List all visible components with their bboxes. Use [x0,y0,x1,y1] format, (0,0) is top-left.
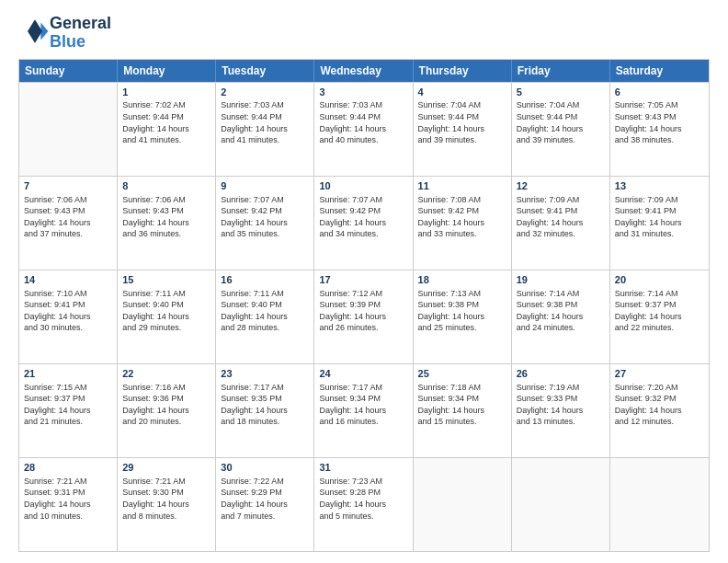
calendar-header: SundayMondayTuesdayWednesdayThursdayFrid… [19,60,709,82]
day-info: Sunrise: 7:23 AM Sunset: 9:28 PM Dayligh… [319,476,407,522]
day-info: Sunrise: 7:09 AM Sunset: 9:41 PM Dayligh… [517,194,605,240]
day-number: 15 [122,273,210,287]
logo: General Blue [18,15,111,52]
day-number: 27 [615,367,704,381]
logo-text: General Blue [50,15,111,52]
calendar-cell: 17Sunrise: 7:12 AM Sunset: 9:39 PM Dayli… [314,270,413,363]
day-number: 1 [122,86,210,99]
calendar-cell: 26Sunrise: 7:19 AM Sunset: 9:33 PM Dayli… [512,364,610,457]
day-number: 24 [319,367,407,381]
day-number: 16 [221,273,309,287]
day-info: Sunrise: 7:20 AM Sunset: 9:32 PM Dayligh… [615,382,704,428]
calendar-cell: 12Sunrise: 7:09 AM Sunset: 9:41 PM Dayli… [512,177,610,270]
calendar-cell: 8Sunrise: 7:06 AM Sunset: 9:43 PM Daylig… [118,177,216,270]
calendar-cell: 31Sunrise: 7:23 AM Sunset: 9:28 PM Dayli… [314,458,413,551]
calendar-cell: 13Sunrise: 7:09 AM Sunset: 9:41 PM Dayli… [610,177,709,270]
calendar-row: 1Sunrise: 7:02 AM Sunset: 9:44 PM Daylig… [19,82,709,176]
header-day: Tuesday [216,60,314,82]
calendar-cell: 2Sunrise: 7:03 AM Sunset: 9:44 PM Daylig… [216,83,314,176]
calendar-cell: 7Sunrise: 7:06 AM Sunset: 9:43 PM Daylig… [19,177,118,270]
day-info: Sunrise: 7:05 AM Sunset: 9:43 PM Dayligh… [615,99,704,145]
calendar-cell [414,458,512,551]
day-number: 23 [221,367,309,381]
day-info: Sunrise: 7:11 AM Sunset: 9:40 PM Dayligh… [122,288,210,334]
calendar-row: 14Sunrise: 7:10 AM Sunset: 9:41 PM Dayli… [19,270,709,363]
day-number: 30 [221,461,309,475]
day-number: 10 [319,179,407,193]
day-info: Sunrise: 7:07 AM Sunset: 9:42 PM Dayligh… [319,194,407,240]
logo-icon [20,17,50,46]
day-info: Sunrise: 7:03 AM Sunset: 9:44 PM Dayligh… [319,99,407,145]
calendar-cell: 20Sunrise: 7:14 AM Sunset: 9:37 PM Dayli… [610,270,709,363]
day-number: 9 [221,179,309,193]
calendar-body: 1Sunrise: 7:02 AM Sunset: 9:44 PM Daylig… [19,82,709,551]
day-info: Sunrise: 7:09 AM Sunset: 9:41 PM Dayligh… [615,194,704,240]
calendar-cell: 24Sunrise: 7:17 AM Sunset: 9:34 PM Dayli… [314,364,413,457]
calendar-cell: 30Sunrise: 7:22 AM Sunset: 9:29 PM Dayli… [216,458,314,551]
calendar-cell: 22Sunrise: 7:16 AM Sunset: 9:36 PM Dayli… [118,364,216,457]
day-number: 21 [24,367,112,381]
day-info: Sunrise: 7:11 AM Sunset: 9:40 PM Dayligh… [221,288,309,334]
calendar-cell: 18Sunrise: 7:13 AM Sunset: 9:38 PM Dayli… [414,270,512,363]
calendar-cell: 14Sunrise: 7:10 AM Sunset: 9:41 PM Dayli… [19,270,118,363]
calendar-cell [512,458,610,551]
calendar-cell: 10Sunrise: 7:07 AM Sunset: 9:42 PM Dayli… [314,177,413,270]
day-number: 29 [122,461,210,475]
day-number: 19 [517,273,605,287]
day-number: 14 [24,273,112,287]
day-number: 17 [319,273,407,287]
calendar-row: 28Sunrise: 7:21 AM Sunset: 9:31 PM Dayli… [19,457,709,551]
day-info: Sunrise: 7:22 AM Sunset: 9:29 PM Dayligh… [221,476,309,522]
header: General Blue [18,15,710,52]
calendar-row: 7Sunrise: 7:06 AM Sunset: 9:43 PM Daylig… [19,176,709,270]
header-day: Sunday [19,60,118,82]
day-info: Sunrise: 7:16 AM Sunset: 9:36 PM Dayligh… [122,382,210,428]
day-number: 25 [418,367,506,381]
day-info: Sunrise: 7:08 AM Sunset: 9:42 PM Dayligh… [418,194,506,240]
calendar-cell: 1Sunrise: 7:02 AM Sunset: 9:44 PM Daylig… [118,83,216,176]
day-info: Sunrise: 7:17 AM Sunset: 9:35 PM Dayligh… [221,382,309,428]
calendar-cell: 15Sunrise: 7:11 AM Sunset: 9:40 PM Dayli… [118,270,216,363]
calendar-cell: 23Sunrise: 7:17 AM Sunset: 9:35 PM Dayli… [216,364,314,457]
calendar-row: 21Sunrise: 7:15 AM Sunset: 9:37 PM Dayli… [19,363,709,457]
calendar-cell: 16Sunrise: 7:11 AM Sunset: 9:40 PM Dayli… [216,270,314,363]
page: General Blue SundayMondayTuesdayWednesda… [0,0,728,563]
day-number: 31 [319,461,407,475]
day-info: Sunrise: 7:14 AM Sunset: 9:38 PM Dayligh… [517,288,605,334]
day-info: Sunrise: 7:04 AM Sunset: 9:44 PM Dayligh… [418,99,506,145]
day-info: Sunrise: 7:13 AM Sunset: 9:38 PM Dayligh… [418,288,506,334]
day-number: 12 [517,179,605,193]
day-info: Sunrise: 7:15 AM Sunset: 9:37 PM Dayligh… [24,382,112,428]
calendar-cell: 6Sunrise: 7:05 AM Sunset: 9:43 PM Daylig… [610,83,709,176]
calendar-cell: 3Sunrise: 7:03 AM Sunset: 9:44 PM Daylig… [314,83,413,176]
calendar-cell: 11Sunrise: 7:08 AM Sunset: 9:42 PM Dayli… [414,177,512,270]
day-info: Sunrise: 7:10 AM Sunset: 9:41 PM Dayligh… [24,288,112,334]
day-number: 5 [517,86,605,99]
day-number: 28 [24,461,112,475]
day-number: 22 [122,367,210,381]
day-info: Sunrise: 7:06 AM Sunset: 9:43 PM Dayligh… [122,194,210,240]
calendar-cell [19,83,118,176]
day-info: Sunrise: 7:21 AM Sunset: 9:30 PM Dayligh… [122,476,210,522]
calendar-cell: 5Sunrise: 7:04 AM Sunset: 9:44 PM Daylig… [512,83,610,176]
day-number: 11 [418,179,506,193]
day-info: Sunrise: 7:19 AM Sunset: 9:33 PM Dayligh… [517,382,605,428]
day-info: Sunrise: 7:03 AM Sunset: 9:44 PM Dayligh… [221,99,309,145]
day-number: 7 [24,179,112,193]
day-number: 4 [418,86,506,99]
day-number: 8 [122,179,210,193]
calendar-cell: 9Sunrise: 7:07 AM Sunset: 9:42 PM Daylig… [216,177,314,270]
calendar-cell: 21Sunrise: 7:15 AM Sunset: 9:37 PM Dayli… [19,364,118,457]
day-number: 13 [615,179,704,193]
calendar-cell: 29Sunrise: 7:21 AM Sunset: 9:30 PM Dayli… [118,458,216,551]
day-info: Sunrise: 7:21 AM Sunset: 9:31 PM Dayligh… [24,476,112,522]
calendar-cell [610,458,709,551]
header-day: Saturday [610,60,709,82]
header-day: Wednesday [314,60,413,82]
day-info: Sunrise: 7:14 AM Sunset: 9:37 PM Dayligh… [615,288,704,334]
day-info: Sunrise: 7:07 AM Sunset: 9:42 PM Dayligh… [221,194,309,240]
calendar-cell: 27Sunrise: 7:20 AM Sunset: 9:32 PM Dayli… [610,364,709,457]
day-number: 2 [221,86,309,99]
day-number: 26 [517,367,605,381]
day-number: 20 [615,273,704,287]
